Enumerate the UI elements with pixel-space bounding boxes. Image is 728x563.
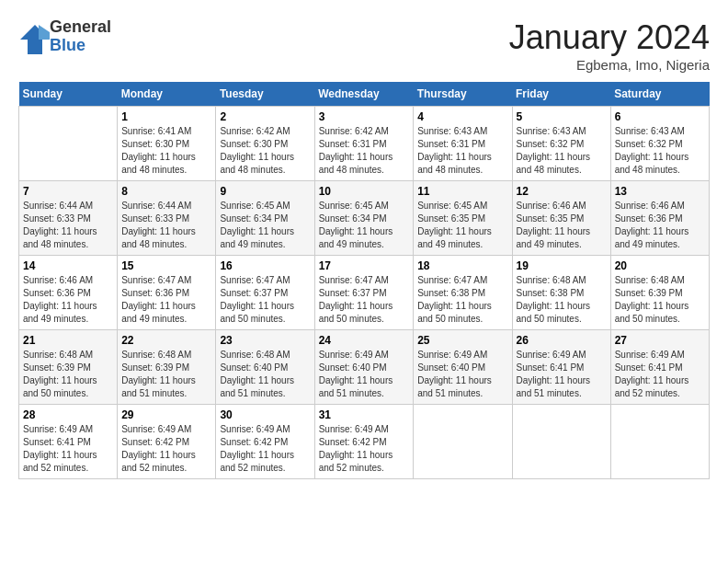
- day-info: Sunrise: 6:47 AM Sunset: 6:36 PM Dayligh…: [121, 274, 211, 326]
- day-info: Sunrise: 6:47 AM Sunset: 6:37 PM Dayligh…: [220, 274, 310, 326]
- header-wednesday: Wednesday: [314, 82, 414, 107]
- header-friday: Friday: [512, 82, 610, 107]
- day-info: Sunrise: 6:44 AM Sunset: 6:33 PM Dayligh…: [23, 200, 113, 251]
- day-info: Sunrise: 6:49 AM Sunset: 6:40 PM Dayligh…: [319, 349, 410, 400]
- day-number: 5: [517, 110, 607, 123]
- day-cell: 22Sunrise: 6:48 AM Sunset: 6:39 PM Dayli…: [118, 330, 216, 405]
- day-number: 18: [417, 259, 507, 272]
- day-info: Sunrise: 6:49 AM Sunset: 6:40 PM Dayligh…: [417, 349, 507, 400]
- day-number: 10: [319, 185, 410, 198]
- day-cell: 2Sunrise: 6:42 AM Sunset: 6:30 PM Daylig…: [216, 107, 314, 181]
- day-number: 28: [23, 408, 113, 421]
- page-header: General Blue January 2024 Egbema, Imo, N…: [18, 18, 710, 73]
- day-info: Sunrise: 6:43 AM Sunset: 6:32 PM Dayligh…: [615, 125, 705, 177]
- day-number: 22: [121, 334, 211, 347]
- day-info: Sunrise: 6:43 AM Sunset: 6:31 PM Dayligh…: [417, 125, 507, 177]
- day-number: 27: [615, 334, 705, 347]
- day-cell: 13Sunrise: 6:46 AM Sunset: 6:36 PM Dayli…: [610, 181, 709, 256]
- day-cell: 24Sunrise: 6:49 AM Sunset: 6:40 PM Dayli…: [314, 330, 414, 405]
- day-cell: 4Sunrise: 6:43 AM Sunset: 6:31 PM Daylig…: [414, 107, 512, 181]
- logo-blue-text: Blue: [50, 37, 111, 55]
- day-cell: 31Sunrise: 6:49 AM Sunset: 6:42 PM Dayli…: [314, 405, 414, 479]
- header-sunday: Sunday: [19, 82, 118, 107]
- day-cell: 8Sunrise: 6:44 AM Sunset: 6:33 PM Daylig…: [118, 181, 216, 256]
- day-cell: 5Sunrise: 6:43 AM Sunset: 6:32 PM Daylig…: [512, 107, 610, 181]
- day-cell: 15Sunrise: 6:47 AM Sunset: 6:36 PM Dayli…: [118, 256, 216, 330]
- day-cell: 21Sunrise: 6:48 AM Sunset: 6:39 PM Dayli…: [19, 330, 118, 405]
- day-cell: 18Sunrise: 6:47 AM Sunset: 6:38 PM Dayli…: [414, 256, 512, 330]
- day-cell: 12Sunrise: 6:46 AM Sunset: 6:35 PM Dayli…: [512, 181, 610, 256]
- day-number: 8: [121, 185, 211, 198]
- day-number: 13: [615, 185, 705, 198]
- day-info: Sunrise: 6:46 AM Sunset: 6:36 PM Dayligh…: [615, 200, 705, 251]
- day-number: 7: [23, 185, 113, 198]
- day-info: Sunrise: 6:48 AM Sunset: 6:38 PM Dayligh…: [517, 274, 607, 326]
- day-info: Sunrise: 6:42 AM Sunset: 6:30 PM Dayligh…: [220, 125, 310, 177]
- day-cell: 26Sunrise: 6:49 AM Sunset: 6:41 PM Dayli…: [512, 330, 610, 405]
- day-number: 30: [220, 408, 310, 421]
- day-number: 6: [615, 110, 705, 123]
- day-info: Sunrise: 6:45 AM Sunset: 6:34 PM Dayligh…: [220, 200, 310, 251]
- day-cell: 6Sunrise: 6:43 AM Sunset: 6:32 PM Daylig…: [610, 107, 709, 181]
- day-info: Sunrise: 6:49 AM Sunset: 6:41 PM Dayligh…: [517, 349, 607, 400]
- day-number: 26: [517, 334, 607, 347]
- day-info: Sunrise: 6:46 AM Sunset: 6:36 PM Dayligh…: [23, 274, 113, 326]
- day-cell: [610, 405, 709, 479]
- day-number: 20: [615, 259, 705, 272]
- day-cell: 3Sunrise: 6:42 AM Sunset: 6:31 PM Daylig…: [314, 107, 414, 181]
- logo: General Blue: [18, 18, 111, 55]
- day-info: Sunrise: 6:49 AM Sunset: 6:41 PM Dayligh…: [615, 349, 705, 400]
- day-info: Sunrise: 6:42 AM Sunset: 6:31 PM Dayligh…: [319, 125, 410, 177]
- day-info: Sunrise: 6:45 AM Sunset: 6:35 PM Dayligh…: [417, 200, 507, 251]
- day-cell: 7Sunrise: 6:44 AM Sunset: 6:33 PM Daylig…: [19, 181, 118, 256]
- week-row-4: 21Sunrise: 6:48 AM Sunset: 6:39 PM Dayli…: [19, 330, 710, 405]
- logo-text: General Blue: [50, 18, 111, 55]
- day-info: Sunrise: 6:48 AM Sunset: 6:39 PM Dayligh…: [121, 349, 211, 400]
- calendar-header-row: SundayMondayTuesdayWednesdayThursdayFrid…: [19, 82, 710, 107]
- day-cell: 17Sunrise: 6:47 AM Sunset: 6:37 PM Dayli…: [314, 256, 414, 330]
- week-row-2: 7Sunrise: 6:44 AM Sunset: 6:33 PM Daylig…: [19, 181, 710, 256]
- day-cell: 30Sunrise: 6:49 AM Sunset: 6:42 PM Dayli…: [216, 405, 314, 479]
- day-info: Sunrise: 6:46 AM Sunset: 6:35 PM Dayligh…: [517, 200, 607, 251]
- day-cell: [414, 405, 512, 479]
- day-number: 12: [517, 185, 607, 198]
- day-number: 25: [417, 334, 507, 347]
- day-cell: [512, 405, 610, 479]
- day-cell: 11Sunrise: 6:45 AM Sunset: 6:35 PM Dayli…: [414, 181, 512, 256]
- logo-general-text: General: [50, 18, 111, 37]
- day-cell: 10Sunrise: 6:45 AM Sunset: 6:34 PM Dayli…: [314, 181, 414, 256]
- day-cell: 28Sunrise: 6:49 AM Sunset: 6:41 PM Dayli…: [19, 405, 118, 479]
- day-info: Sunrise: 6:47 AM Sunset: 6:37 PM Dayligh…: [319, 274, 410, 326]
- week-row-5: 28Sunrise: 6:49 AM Sunset: 6:41 PM Dayli…: [19, 405, 710, 479]
- day-number: 9: [220, 185, 310, 198]
- day-number: 4: [417, 110, 507, 123]
- day-cell: 16Sunrise: 6:47 AM Sunset: 6:37 PM Dayli…: [216, 256, 314, 330]
- day-info: Sunrise: 6:44 AM Sunset: 6:33 PM Dayligh…: [121, 200, 211, 251]
- day-info: Sunrise: 6:49 AM Sunset: 6:42 PM Dayligh…: [121, 423, 211, 475]
- day-number: 31: [319, 408, 410, 421]
- day-info: Sunrise: 6:48 AM Sunset: 6:40 PM Dayligh…: [220, 349, 310, 400]
- day-number: 14: [23, 259, 113, 272]
- day-number: 21: [23, 334, 113, 347]
- logo-icon: [18, 23, 46, 51]
- day-info: Sunrise: 6:49 AM Sunset: 6:41 PM Dayligh…: [23, 423, 113, 475]
- day-number: 16: [220, 259, 310, 272]
- day-info: Sunrise: 6:43 AM Sunset: 6:32 PM Dayligh…: [517, 125, 607, 177]
- day-number: 19: [517, 259, 607, 272]
- day-number: 3: [319, 110, 410, 123]
- day-info: Sunrise: 6:47 AM Sunset: 6:38 PM Dayligh…: [417, 274, 507, 326]
- location-subtitle: Egbema, Imo, Nigeria: [509, 57, 710, 73]
- day-info: Sunrise: 6:45 AM Sunset: 6:34 PM Dayligh…: [319, 200, 410, 251]
- day-number: 29: [121, 408, 211, 421]
- day-cell: 25Sunrise: 6:49 AM Sunset: 6:40 PM Dayli…: [414, 330, 512, 405]
- day-number: 1: [121, 110, 211, 123]
- day-cell: 19Sunrise: 6:48 AM Sunset: 6:38 PM Dayli…: [512, 256, 610, 330]
- day-number: 23: [220, 334, 310, 347]
- day-number: 11: [417, 185, 507, 198]
- day-info: Sunrise: 6:49 AM Sunset: 6:42 PM Dayligh…: [220, 423, 310, 475]
- week-row-1: 1Sunrise: 6:41 AM Sunset: 6:30 PM Daylig…: [19, 107, 710, 181]
- title-section: January 2024 Egbema, Imo, Nigeria: [509, 18, 710, 73]
- day-cell: 23Sunrise: 6:48 AM Sunset: 6:40 PM Dayli…: [216, 330, 314, 405]
- day-cell: 27Sunrise: 6:49 AM Sunset: 6:41 PM Dayli…: [610, 330, 709, 405]
- day-number: 15: [121, 259, 211, 272]
